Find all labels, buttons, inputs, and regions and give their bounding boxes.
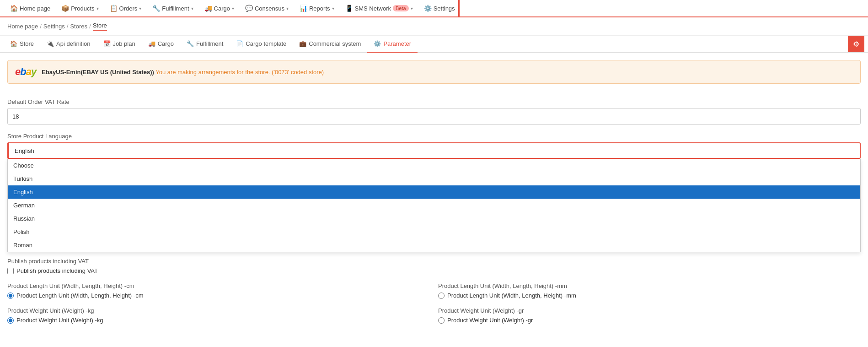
tab-api-label: Api definition: [56, 40, 90, 47]
store-tab-icon: 🏠: [10, 40, 17, 47]
option-polish[interactable]: Polish: [8, 225, 860, 239]
language-group: Store Product Language Choose Turkish En…: [7, 133, 861, 159]
weight-gr-radio[interactable]: [438, 317, 445, 324]
tab-store[interactable]: 🏠 Store: [4, 36, 40, 53]
fulfillment-icon: 🔧: [152, 5, 160, 12]
tab-cargo-label: Cargo: [158, 40, 174, 47]
tab-store-label: Store: [20, 40, 34, 47]
parameter-tab-icon: ⚙️: [374, 40, 381, 47]
nav-orders-label: Orders: [119, 5, 138, 12]
tab-cargo-template[interactable]: 📄 Cargo template: [230, 36, 293, 53]
nav-consensus-label: Consensus: [255, 5, 284, 12]
orders-chevron-icon: ▾: [139, 6, 141, 11]
fulfillment-chevron-icon: ▾: [191, 6, 193, 11]
weight-kg-radio-label: Product Weight Unit (Weight) -kg: [16, 317, 103, 324]
api-tab-icon: 🔌: [47, 40, 54, 47]
weight-gr-label: Product Weight Unit (Weight) -gr: [438, 307, 861, 314]
nav-reports-label: Reports: [309, 5, 330, 12]
commercial-tab-icon: 💼: [299, 40, 306, 47]
option-russian[interactable]: Russian: [8, 212, 860, 225]
dropdown-left-border: [7, 142, 9, 159]
nav-sms-network[interactable]: 📱 SMS Network Beta ▾: [341, 0, 418, 17]
nav-settings[interactable]: ⚙️ Settings: [419, 0, 460, 17]
tab-bar: 🏠 Store 🔌 Api definition 📅 Job plan 🚚 Ca…: [0, 36, 868, 53]
length-cm-radio-label: Product Length Unit (Width, Length, Heig…: [16, 292, 143, 299]
vat-rate-input[interactable]: [7, 108, 861, 125]
option-choose[interactable]: Choose: [8, 159, 860, 172]
tab-cargo[interactable]: 🚚 Cargo: [142, 36, 180, 53]
products-chevron-icon: ▾: [96, 6, 99, 11]
nav-fulfillment[interactable]: 🔧 Fulfillment ▾: [148, 0, 198, 17]
settings-icon: ⚙️: [424, 5, 432, 12]
top-navigation: 🏠 Home page 📦 Products ▾ 📋 Orders ▾ 🔧 Fu…: [0, 0, 868, 17]
breadcrumb: Home page / Settings / Stores / Store: [0, 17, 868, 36]
tab-job-plan[interactable]: 📅 Job plan: [97, 36, 142, 53]
publish-vat-checkbox[interactable]: [7, 268, 14, 274]
store-banner: ebay EbayUS-Emin(EBAY US (United States)…: [7, 60, 861, 84]
consensus-icon: 💬: [245, 5, 253, 12]
sep1: /: [40, 23, 42, 30]
cargo-tab-icon: 🚚: [148, 40, 155, 47]
cargo-icon: 🚚: [204, 5, 212, 12]
banner-content: EbayUS-Emin(EBAY US (United States)) You…: [42, 69, 324, 76]
ebay-logo: ebay: [15, 66, 36, 78]
vat-rate-label: Default Order VAT Rate: [7, 98, 861, 105]
nav-homepage-label: Home page: [20, 5, 50, 12]
publish-vat-row: Publish products including VAT: [7, 267, 861, 274]
length-cm-radio[interactable]: [7, 293, 14, 299]
option-turkish[interactable]: Turkish: [8, 172, 860, 185]
reports-chevron-icon: ▾: [332, 6, 334, 11]
weight-gr-radio-label: Product Weight Unit (Weight) -gr: [447, 317, 533, 324]
nav-reports[interactable]: 📊 Reports ▾: [295, 0, 339, 17]
option-roman[interactable]: Roman: [8, 239, 860, 252]
publish-vat-checkbox-label: Publish products including VAT: [16, 267, 98, 274]
nav-products-label: Products: [71, 5, 94, 12]
tab-settings-button[interactable]: ⚙: [848, 36, 864, 52]
orders-icon: 📋: [110, 5, 118, 12]
length-mm-label: Product Length Unit (Width, Length, Heig…: [438, 282, 861, 289]
fulfillment-tab-icon: 🔧: [187, 40, 194, 47]
vat-rate-group: Default Order VAT Rate: [7, 98, 861, 125]
sms-beta-badge: Beta: [393, 5, 409, 11]
language-dropdown: Choose Turkish English German Russian Po…: [7, 159, 861, 252]
main-content: Default Order VAT Rate Store Product Lan…: [0, 91, 868, 339]
sms-chevron-icon: ▾: [411, 6, 413, 11]
nav-cargo[interactable]: 🚚 Cargo ▾: [200, 0, 239, 17]
language-select-input[interactable]: [7, 142, 861, 159]
length-mm-radio-row: Product Length Unit (Width, Length, Heig…: [438, 292, 861, 299]
length-mm-radio[interactable]: [438, 293, 445, 299]
nav-consensus[interactable]: 💬 Consensus ▾: [241, 0, 293, 17]
length-cm-radio-row: Product Length Unit (Width, Length, Heig…: [7, 292, 430, 299]
sms-icon: 📱: [345, 5, 353, 12]
length-cm-group: Product Length Unit (Width, Length, Heig…: [7, 282, 430, 299]
tab-fulfillment[interactable]: 🔧 Fulfillment: [180, 36, 230, 53]
banner-message: You are making arrangements for the stor…: [155, 69, 324, 76]
home-icon: 🏠: [10, 5, 18, 12]
reports-icon: 📊: [300, 5, 307, 12]
weight-gr-group: Product Weight Unit (Weight) -gr Product…: [438, 307, 861, 324]
banner-store-name: EbayUS-Emin(EBAY US (United States)): [42, 69, 154, 76]
tab-parameter[interactable]: ⚙️ Parameter: [367, 36, 418, 53]
nav-orders[interactable]: 📋 Orders ▾: [105, 0, 146, 17]
weight-kg-radio[interactable]: [7, 317, 14, 324]
length-mm-radio-label: Product Length Unit (Width, Length, Heig…: [447, 292, 576, 299]
cargotemplate-tab-icon: 📄: [236, 40, 243, 47]
nav-cargo-label: Cargo: [214, 5, 230, 12]
tab-commercial-system[interactable]: 💼 Commercial system: [293, 36, 367, 53]
breadcrumb-homepage[interactable]: Home page: [7, 23, 38, 30]
nav-products[interactable]: 📦 Products ▾: [57, 0, 103, 17]
tab-api-definition[interactable]: 🔌 Api definition: [40, 36, 96, 53]
publish-vat-title: Publish products including VAT: [7, 258, 861, 265]
option-german[interactable]: German: [8, 199, 860, 212]
breadcrumb-stores[interactable]: Stores: [70, 23, 87, 30]
tab-commercial-label: Commercial system: [309, 40, 361, 47]
weight-kg-radio-row: Product Weight Unit (Weight) -kg: [7, 317, 430, 324]
length-mm-group: Product Length Unit (Width, Length, Heig…: [438, 282, 861, 299]
tab-fulfillment-label: Fulfillment: [196, 40, 223, 47]
radio-grid: Product Length Unit (Width, Length, Heig…: [7, 282, 861, 324]
nav-settings-label: Settings: [434, 5, 455, 12]
breadcrumb-settings[interactable]: Settings: [43, 23, 65, 30]
nav-homepage[interactable]: 🏠 Home page: [5, 0, 55, 17]
option-english[interactable]: English: [8, 185, 860, 199]
sep3: /: [89, 23, 91, 30]
